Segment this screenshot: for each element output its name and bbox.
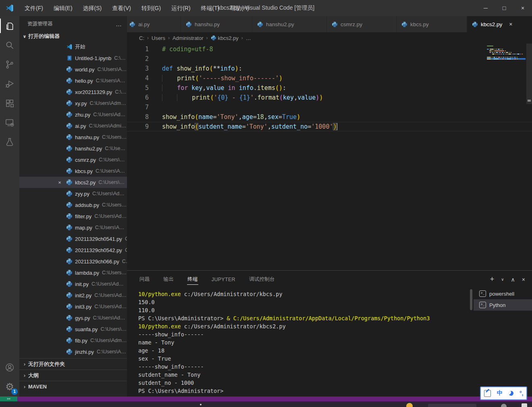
vscode-file-icon [66, 44, 73, 50]
token: # coding=utf-8 [162, 46, 213, 53]
tab-close-icon[interactable]: × [509, 21, 512, 27]
minimap[interactable] [487, 45, 526, 60]
search-icon[interactable] [0, 35, 19, 55]
ime-pen-icon[interactable] [484, 390, 491, 397]
menu-item-2[interactable]: 选择(S) [78, 0, 107, 16]
breadcrumb-item[interactable]: Administrator [172, 35, 204, 41]
open-editor-item[interactable]: zyy.pyC:\Users\Adminis... [19, 188, 127, 199]
breadcrumb-item[interactable]: Users [152, 35, 165, 41]
taskbar-tray-icon[interactable] [522, 403, 527, 407]
open-editor-item[interactable]: init2.pyC:\Users\Admini... [19, 290, 127, 301]
window-minimize-icon[interactable]: ─ [476, 0, 495, 16]
open-editor-item[interactable]: filter.pyC:\Users\Admini... [19, 211, 127, 222]
open-editor-item[interactable]: Untitled-1.ipynbC:\Use... [19, 52, 127, 64]
panel-tab-输出[interactable]: 输出 [163, 274, 175, 284]
open-editor-item[interactable]: xy.pyC:\Users\Administr... [19, 98, 127, 109]
taskbar-tray-icon[interactable] [501, 404, 507, 407]
tab-kbcs2.py[interactable]: kbcs2.py× [467, 16, 532, 32]
token: sutdent_name [198, 123, 242, 130]
tab-hanshu.py[interactable]: hanshu.py [181, 16, 252, 32]
open-editor-item[interactable]: init3.pyC:\Users\Admini... [19, 301, 127, 312]
account-icon[interactable] [0, 358, 19, 377]
file-name: xy.py [75, 100, 87, 106]
open-editor-item[interactable]: addsub.pyC:\Users\Ad... [19, 199, 127, 211]
new-terminal-icon[interactable]: + [490, 275, 495, 284]
ime-punctuation-icon[interactable]: °, [520, 390, 524, 397]
panel-maximize-icon[interactable]: ∧ [511, 276, 515, 283]
open-editor-item[interactable]: zhu.pyC:\Users\Adminis... [19, 109, 127, 120]
panel-tabs: 问题输出终端JUPYTER调试控制台 [139, 274, 288, 285]
menu-item-5[interactable]: 运行(R) [166, 0, 195, 16]
close-icon[interactable]: × [56, 179, 63, 186]
source-control-icon[interactable] [0, 55, 19, 74]
open-editor-item[interactable]: hanshu2.pyC:\Users\Ad... [19, 143, 127, 154]
panel-close-icon[interactable]: × [522, 276, 525, 283]
settings-gear-icon[interactable]: ⚙ 1 [0, 377, 19, 397]
explorer-icon[interactable] [0, 16, 19, 35]
open-editor-item[interactable]: jinzhi.pyC:\Users\Admi... [19, 346, 127, 357]
open-editor-item[interactable]: 开始 [19, 41, 127, 52]
tab-hanshu2.py[interactable]: hanshu2.py [252, 16, 327, 32]
terminal-icon: >_ [479, 302, 486, 308]
open-editor-item[interactable]: fib.pyC:\Users\Administ... [19, 335, 127, 346]
open-editor-item[interactable]: hello.pyC:\Users\Admin... [19, 75, 127, 86]
sidebar-section-1[interactable]: ›大纲 [19, 369, 127, 381]
menu-item-3[interactable]: 查看(V) [107, 0, 136, 16]
editor-scrollbar[interactable] [526, 44, 532, 104]
open-editor-item[interactable]: 20211329ch066.pyC:\... [19, 256, 127, 267]
panel-tab-JUPYTER[interactable]: JUPYTER [211, 275, 236, 284]
terminal-entry-powershell[interactable]: >_powershell [474, 288, 532, 299]
terminal-output[interactable]: 10/python.exe c:/Users/Administrator/kbc… [127, 288, 474, 398]
ime-chinese-mode-icon[interactable]: 中 [497, 390, 503, 397]
open-editors-section[interactable]: ∨ 打开的编辑器 [19, 31, 127, 41]
token: ) [316, 94, 319, 101]
ime-half-moon-icon[interactable] [509, 391, 513, 396]
window-maximize-icon[interactable]: □ [495, 0, 513, 16]
breadcrumb-item[interactable]: C: [139, 35, 144, 41]
token: () [275, 84, 283, 92]
panel-tab-问题[interactable]: 问题 [139, 274, 150, 284]
breadcrumb-item[interactable]: kbcs2.py [211, 35, 239, 41]
open-editor-item[interactable]: ×kbcs2.pyC:\Users\Admi... [19, 177, 127, 188]
terminal-entry-Python[interactable]: >_Python [474, 299, 532, 311]
terminal-dropdown-icon[interactable]: ∨ [501, 277, 504, 282]
file-path: C:\Users\Admi... [97, 349, 127, 355]
window-close-icon[interactable]: × [513, 0, 532, 16]
open-editor-item[interactable]: 20211329ch0541.pyC:... [19, 233, 127, 244]
open-editor-item[interactable]: gys.pyC:\Users\Adminis... [19, 312, 127, 324]
open-editor-item[interactable]: hanshu.pyC:\Users\Ad... [19, 131, 127, 143]
taskbar-weather-icon[interactable] [406, 403, 413, 407]
breadcrumb-item[interactable]: … [246, 35, 251, 41]
explorer-more-icon[interactable]: … [116, 21, 122, 27]
open-editor-item[interactable]: xor20211329.pyC:\Use... [19, 86, 127, 98]
open-editor-item[interactable]: init.pyC:\Users\Adminis... [19, 278, 127, 290]
file-path: C:\Users\Ad... [105, 146, 127, 151]
menu-item-0[interactable]: 文件(F) [19, 0, 48, 16]
panel-tab-终端[interactable]: 终端 [187, 274, 198, 285]
tab-kbcs.py[interactable]: kbcs.py [397, 16, 467, 32]
sidebar-section-0[interactable]: ›无打开的文件夹 [19, 358, 127, 369]
menu-item-1[interactable]: 编辑(E) [48, 0, 78, 16]
open-editor-item[interactable]: map.pyC:\Users\Admini... [19, 222, 127, 233]
menu-item-4[interactable]: 转到(G) [136, 0, 166, 16]
breadcrumb[interactable]: C:›Users›Administrator›kbcs2.py›… [127, 32, 532, 44]
open-editor-item[interactable]: csmrz.pyC:\Users\Admi... [19, 154, 127, 165]
tab-csmrz.py[interactable]: csmrz.py [327, 16, 397, 32]
code-editor[interactable]: 1# coding=utf-823def show_info(**info):4… [127, 44, 532, 270]
open-editor-item[interactable]: 20211329ch0542.pyC:... [19, 244, 127, 256]
terminal-scrollbar[interactable] [470, 289, 472, 310]
section-label: 无打开的文件夹 [28, 361, 65, 368]
testing-beaker-icon[interactable] [0, 132, 19, 152]
remote-explorer-icon[interactable] [0, 113, 19, 132]
open-editor-item[interactable]: world.pyC:\Users\Admi... [19, 64, 127, 75]
open-editor-item[interactable]: lambda.pyC:\Users\Ad... [19, 267, 127, 278]
open-editor-item[interactable]: suanfa.pyC:\Users\Adm... [19, 324, 127, 335]
tab-ai.py[interactable]: ai.py [127, 16, 181, 32]
open-editor-item[interactable]: ai.pyC:\Users\Administr... [19, 120, 127, 131]
extensions-icon[interactable] [0, 94, 19, 113]
sidebar-section-2[interactable]: ›MAVEN [19, 381, 127, 392]
open-editor-item[interactable]: kbcs.pyC:\Users\Admini... [19, 165, 127, 177]
run-debug-icon[interactable] [0, 74, 19, 94]
remote-indicator[interactable]: >< [0, 397, 17, 401]
panel-tab-调试控制台[interactable]: 调试控制台 [249, 274, 275, 284]
